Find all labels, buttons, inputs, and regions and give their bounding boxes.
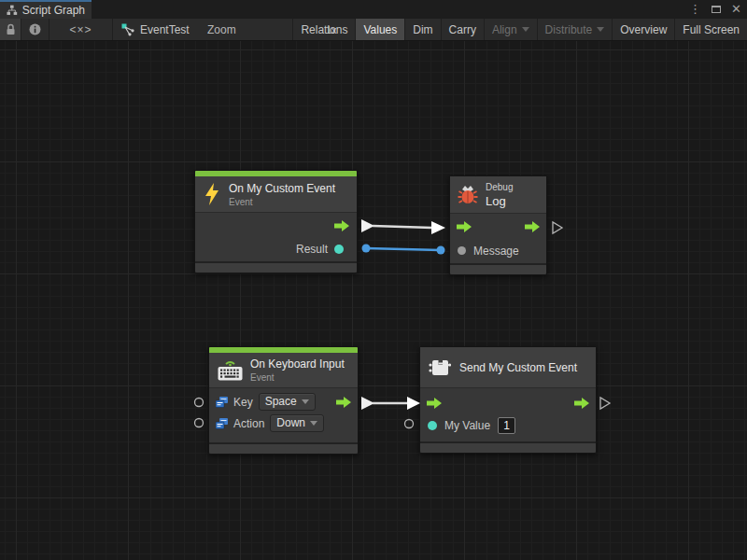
my-value-input-port[interactable] <box>428 421 437 430</box>
keyboard-icon <box>218 359 243 381</box>
node-on-my-custom-event[interactable]: On My Custom Event Event Result <box>194 170 358 273</box>
graph-name[interactable]: EventTest <box>140 19 190 40</box>
graph-icon <box>121 23 135 36</box>
relations-button[interactable]: Relations <box>292 19 355 40</box>
bug-icon <box>458 185 478 204</box>
enum-field-icon <box>216 397 228 408</box>
node-on-keyboard-input[interactable]: On Keyboard Input Event Key Space <box>208 346 359 455</box>
chevron-down-icon <box>597 27 604 32</box>
node-title: On Keyboard Input <box>250 357 345 371</box>
tab-bar: Script Graph ⋮ ✕ <box>0 0 747 19</box>
flow-output-port[interactable] <box>334 220 349 231</box>
dropdown-caret-icon <box>302 399 309 404</box>
flow-output-port[interactable] <box>336 397 351 408</box>
unity-script-graph-window: Script Graph ⋮ ✕ <×> <box>0 0 747 560</box>
my-value-field[interactable]: 1 <box>498 417 515 434</box>
node-header: On Keyboard Input Event <box>209 353 358 388</box>
window-controls: ⋮ ✕ <box>689 0 741 19</box>
info-button[interactable] <box>21 19 49 40</box>
node-body: Key Space Action <box>209 388 358 442</box>
node-title: Send My Custom Event <box>459 361 577 374</box>
align-button[interactable]: Align <box>484 19 537 40</box>
node-footer <box>420 441 596 453</box>
tab-script-graph[interactable]: Script Graph <box>0 0 92 19</box>
action-dropdown[interactable]: Down <box>270 414 324 432</box>
node-header: Debug Log <box>450 176 546 214</box>
message-port-label: Message <box>473 245 519 258</box>
tab-title: Script Graph <box>22 4 85 17</box>
node-body: Message <box>450 214 546 263</box>
node-debug-log[interactable]: Debug Log Message <box>449 175 547 275</box>
node-title: On My Custom Event <box>229 182 335 195</box>
key-dropdown[interactable]: Space <box>259 393 316 411</box>
node-subtitle: Event <box>229 197 335 207</box>
enum-field-icon <box>216 418 228 429</box>
node-subtitle: Event <box>250 372 345 383</box>
node-header: On My Custom Event Event <box>195 176 357 213</box>
dropdown-caret-icon <box>310 421 317 426</box>
window-menu-icon[interactable]: ⋮ <box>689 0 701 19</box>
full-screen-button[interactable]: Full Screen <box>674 19 747 40</box>
lock-button[interactable] <box>0 19 21 40</box>
hierarchy-icon <box>7 5 18 16</box>
flow-output-port[interactable] <box>525 221 540 232</box>
distribute-button[interactable]: Distribute <box>537 19 613 40</box>
lightning-icon <box>204 183 220 205</box>
node-header: Send My Custom Event <box>420 347 596 388</box>
carry-button[interactable]: Carry <box>441 19 484 40</box>
code-icon: <×> <box>69 23 92 36</box>
message-input-port[interactable] <box>458 246 466 255</box>
flow-input-port[interactable] <box>457 221 472 232</box>
result-output-port[interactable] <box>334 245 344 254</box>
dim-button[interactable]: Dim <box>404 19 440 40</box>
machine-icon <box>429 357 451 378</box>
values-button[interactable]: Values <box>355 19 404 40</box>
info-icon <box>29 23 41 35</box>
key-port-label: Key <box>233 396 253 409</box>
node-body: Result <box>195 213 357 261</box>
node-footer <box>195 261 357 273</box>
chevron-down-icon <box>522 27 529 32</box>
graph-canvas[interactable] <box>0 41 747 560</box>
node-body: My Value 1 <box>420 388 596 441</box>
action-port-label: Action <box>233 417 264 430</box>
toolbar-right-group: Relations Values Dim Carry Align Distrib… <box>292 19 747 40</box>
zoom-label: Zoom <box>207 19 236 40</box>
graph-reference[interactable] <box>121 19 135 40</box>
node-send-my-custom-event[interactable]: Send My Custom Event My Value 1 <box>419 346 597 454</box>
code-preview-button[interactable]: <×> <box>49 19 113 40</box>
maximize-icon[interactable] <box>712 6 721 13</box>
graph-toolbar: <×> EventTest Zoom 1x Relations Values <box>0 19 747 41</box>
node-title: Log <box>486 194 513 208</box>
node-surtitle: Debug <box>486 182 513 192</box>
result-port-label: Result <box>296 243 328 256</box>
close-icon[interactable]: ✕ <box>731 0 741 19</box>
flow-output-port[interactable] <box>574 398 589 409</box>
node-footer <box>209 442 358 454</box>
lock-icon <box>6 23 16 35</box>
my-value-port-label: My Value <box>444 419 490 432</box>
flow-input-port[interactable] <box>427 398 442 409</box>
overview-button[interactable]: Overview <box>612 19 674 40</box>
node-footer <box>450 263 546 274</box>
